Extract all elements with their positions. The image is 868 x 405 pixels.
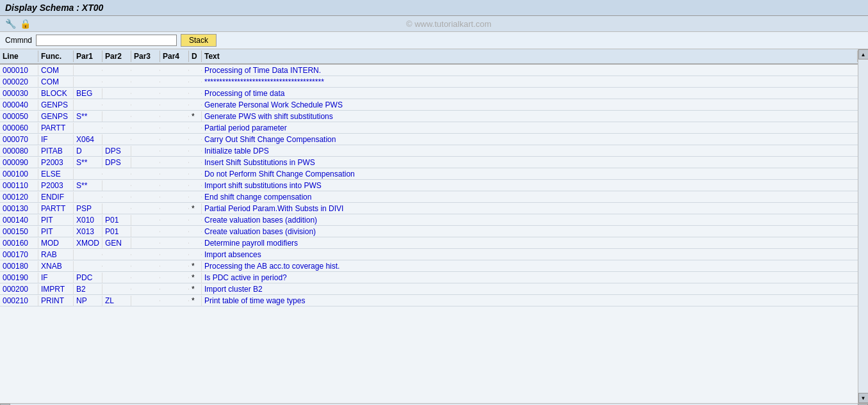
tool-icon-1[interactable]: 🔧 — [5, 19, 16, 29]
cell-line: 000130 — [0, 203, 38, 214]
table-row[interactable]: 000160MODXMODGENDetermine payroll modifi… — [0, 237, 858, 249]
cell-par4 — [160, 277, 189, 278]
table-row[interactable]: 000210PRINTNPZL* Print table of time wag… — [0, 295, 858, 306]
scroll-down-arrow[interactable]: ▼ — [858, 393, 869, 403]
table-row[interactable]: 000060PARTTPartial period parameter — [0, 122, 858, 134]
cell-func: GENPS — [38, 100, 74, 110]
cell-par2 — [102, 116, 131, 117]
command-input[interactable] — [36, 35, 177, 46]
cell-d — [189, 173, 202, 175]
cell-par4 — [160, 93, 189, 94]
cell-par4 — [160, 219, 189, 221]
cell-par3 — [131, 93, 160, 94]
scroll-up-arrow[interactable]: ▲ — [858, 49, 869, 60]
cell-par2 — [102, 266, 131, 267]
table-row[interactable]: 000110P2003S**Import shift substitutions… — [0, 180, 858, 191]
cell-text: Print table of time wage types — [202, 296, 858, 306]
table-row[interactable]: 000120ENDIFEnd shift change compensation — [0, 191, 858, 203]
cell-text: Initialize table DPS — [202, 146, 858, 156]
cell-d — [189, 242, 202, 244]
table-row[interactable]: 000190IFPDC*Is PDC active in period? — [0, 272, 858, 283]
cell-func: IF — [38, 134, 74, 145]
stack-button[interactable]: Stack — [181, 34, 217, 47]
data-rows-container: 000010COMProcessing of Time Data INTERN.… — [0, 65, 858, 306]
col-func: Func. — [38, 51, 74, 62]
cell-d: * — [189, 111, 202, 122]
cell-d — [189, 93, 202, 94]
cell-par3 — [131, 81, 160, 83]
table-row[interactable]: 000010COMProcessing of Time Data INTERN. — [0, 65, 858, 76]
toolbar: 🔧 🔒 © www.tutorialkart.com — [0, 16, 868, 32]
cell-par1: NP — [74, 296, 102, 306]
col-par3: Par3 — [131, 51, 160, 62]
table-row[interactable]: 000140PITX010P01Create valuation bases (… — [0, 214, 858, 226]
table-row[interactable]: 000130PARTTPSP*Partial Period Param.With… — [0, 203, 858, 214]
cell-par2 — [102, 93, 131, 94]
cell-func: BLOCK — [38, 88, 74, 99]
table-row[interactable]: 000200IMPRTB2* Import cluster B2 — [0, 283, 858, 295]
cell-text: Processing the AB acc.to coverage hist. — [202, 261, 858, 271]
cell-par1: S** — [74, 111, 102, 122]
cell-d — [189, 139, 202, 140]
cell-func: PRINT — [38, 296, 74, 306]
cell-par1: B2 — [74, 284, 102, 294]
table-row[interactable]: 000040GENPSGenerate Personal Work Schedu… — [0, 99, 858, 111]
cell-func: IMPRT — [38, 284, 74, 294]
right-scrollbar[interactable]: ▲ ▼ — [858, 49, 868, 403]
cell-par3 — [131, 289, 160, 290]
scroll-track[interactable] — [858, 60, 868, 393]
cell-par2 — [102, 277, 131, 278]
cell-par2 — [102, 289, 131, 290]
cell-par1 — [74, 266, 102, 267]
cell-par3 — [131, 127, 160, 129]
table-row[interactable]: 000030BLOCKBEGProcessing of time data — [0, 88, 858, 99]
cell-par4 — [160, 208, 189, 209]
cell-d — [189, 185, 202, 186]
table-row[interactable]: 000150PITX013P01Create valuation bases (… — [0, 226, 858, 237]
cell-par4 — [160, 266, 189, 267]
cell-par2: ZL — [102, 296, 131, 306]
content-area[interactable]: Line Func. Par1 Par2 Par3 Par4 D Text 00… — [0, 49, 858, 403]
table-row[interactable]: 000170RABImport absences — [0, 249, 858, 260]
table-row[interactable]: 000080PITABDDPSInitialize table DPS — [0, 145, 858, 157]
cell-par4 — [160, 289, 189, 290]
cell-func: PITAB — [38, 146, 74, 156]
cell-par2 — [102, 173, 131, 175]
table-row[interactable]: 000050GENPSS***Generate PWS with shift s… — [0, 111, 858, 122]
table-row[interactable]: 000180XNAB*Processing the AB acc.to cove… — [0, 260, 858, 272]
cell-par2 — [102, 70, 131, 71]
table-row[interactable]: 000100ELSEDo not Perform Shift Change Co… — [0, 168, 858, 180]
cell-line: 000150 — [0, 226, 38, 237]
cell-par4 — [160, 185, 189, 186]
cell-line: 000110 — [0, 180, 38, 191]
cell-par1: X010 — [74, 215, 102, 225]
cell-d — [189, 196, 202, 198]
cell-d — [189, 127, 202, 129]
cell-par4 — [160, 81, 189, 83]
cell-d: * — [189, 261, 202, 271]
cell-par2: P01 — [102, 215, 131, 225]
cell-text: Import shift substitutions into PWS — [202, 180, 858, 191]
cell-func: PIT — [38, 226, 74, 237]
table-row[interactable]: 000070IFX064Carry Out Shift Change Compe… — [0, 134, 858, 145]
cell-line: 000010 — [0, 65, 38, 75]
cell-text: Import absences — [202, 250, 858, 260]
tool-icon-2[interactable]: 🔒 — [20, 19, 31, 29]
cell-par4 — [160, 254, 189, 255]
command-bar: Cmmnd Stack — [0, 32, 868, 49]
cell-par3 — [131, 70, 160, 71]
cell-d — [189, 81, 202, 83]
cell-line: 000190 — [0, 273, 38, 283]
cell-text: Do not Perform Shift Change Compensation — [202, 169, 858, 179]
table-row[interactable]: 000020COM*******************************… — [0, 76, 858, 88]
cell-text: Partial Period Param.With Substs in DIVI — [202, 203, 858, 214]
cell-par3 — [131, 266, 160, 267]
cell-d — [189, 219, 202, 221]
cell-par1 — [74, 196, 102, 198]
table-row[interactable]: 000090P2003S**DPSInsert Shift Substituti… — [0, 157, 858, 168]
cell-line: 000140 — [0, 215, 38, 225]
cell-par2 — [102, 254, 131, 255]
cell-d — [189, 162, 202, 163]
cell-text: **************************************** — [202, 77, 858, 87]
cell-func: PARTT — [38, 123, 74, 133]
